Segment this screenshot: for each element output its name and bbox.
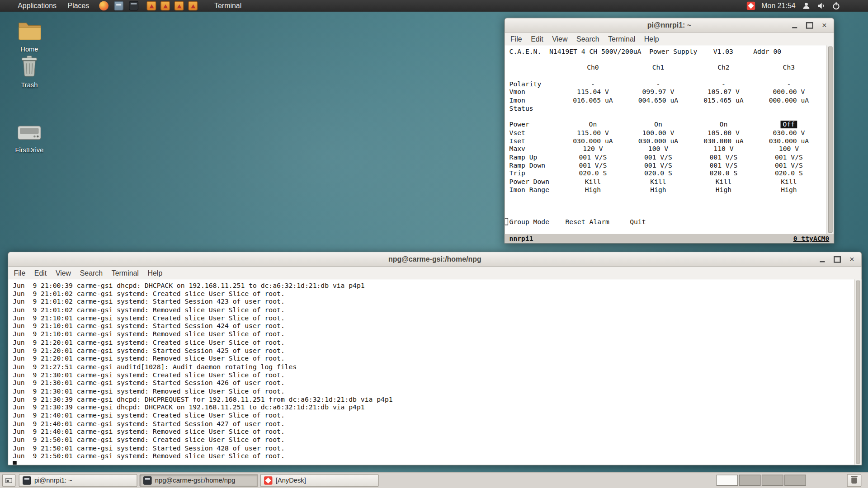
minimize-icon[interactable] bbox=[789, 20, 799, 30]
caen-cell-ch1: 001 V/S bbox=[626, 161, 691, 169]
users-icon[interactable] bbox=[802, 1, 811, 10]
caen-cell-ch0: 115.00 V bbox=[560, 129, 625, 137]
log-terminal-content: Jun 9 21:00:39 carme-gsi dhcpd: DHCPACK … bbox=[8, 279, 854, 465]
menu-item[interactable]: View bbox=[547, 35, 572, 43]
caen-cell-ch3-value: 000.000 uA bbox=[769, 96, 809, 104]
matlab-launcher-icon[interactable] bbox=[147, 1, 156, 10]
caen-row-label: Ramp Down bbox=[509, 161, 561, 169]
log-lines: Jun 9 21:00:39 carme-gsi dhcpd: DHCPACK … bbox=[13, 282, 854, 460]
terminal-launcher-icon[interactable] bbox=[129, 1, 138, 10]
caen-cell-ch0: 020.0 S bbox=[560, 169, 625, 178]
caen-cell-ch2: 001 V/S bbox=[691, 161, 756, 169]
caen-cell-ch0 bbox=[560, 113, 625, 121]
log-terminal-body: Jun 9 21:00:39 carme-gsi dhcpd: DHCPACK … bbox=[8, 279, 861, 465]
workspace-switcher bbox=[716, 475, 806, 486]
log-line: Jun 9 21:30:39 carme-gsi dhcpd: DHCPACK … bbox=[13, 404, 854, 412]
caen-row-label: Maxv bbox=[509, 145, 561, 153]
taskbar: pi@nnrpi1: ~ npg@carme-gsi:/home/npg [An… bbox=[0, 472, 868, 488]
caen-cell-ch0: On bbox=[560, 121, 625, 129]
caen-cell-ch3-value: Off bbox=[781, 121, 797, 128]
workspace-cell[interactable] bbox=[784, 475, 806, 486]
menu-item[interactable]: Search bbox=[75, 268, 107, 277]
log-line: Jun 9 21:01:02 carme-gsi systemd: Starte… bbox=[13, 298, 854, 306]
taskbar-task[interactable]: [AnyDesk] bbox=[260, 474, 379, 487]
scrollbar[interactable] bbox=[826, 45, 834, 234]
reset-alarm-action[interactable]: Reset Alarm bbox=[566, 218, 609, 226]
scrollbar-thumb[interactable] bbox=[856, 281, 860, 464]
show-desktop-button[interactable] bbox=[2, 474, 15, 487]
terminal-panel-launcher[interactable]: Terminal bbox=[209, 0, 247, 12]
log-window-title: npg@carme-gsi:/home/npg bbox=[8, 255, 861, 263]
taskbar-tray-button[interactable] bbox=[847, 474, 861, 487]
log-menubar: FileEditViewSearchTerminalHelp bbox=[8, 267, 861, 279]
minimize-icon[interactable] bbox=[817, 254, 827, 264]
workspace-cell[interactable] bbox=[716, 475, 738, 486]
caen-window-titlebar[interactable]: pi@nnrpi1: ~ × bbox=[505, 18, 834, 33]
channel-header: Ch3 bbox=[756, 64, 821, 72]
menu-item[interactable]: Edit bbox=[526, 35, 547, 43]
clock[interactable]: Mon 21:54 bbox=[761, 2, 795, 10]
caen-row-label: Imon bbox=[509, 96, 561, 104]
taskbar-task[interactable]: npg@carme-gsi:/home/npg bbox=[140, 474, 258, 487]
firefox-launcher-icon[interactable] bbox=[99, 1, 108, 10]
maximize-icon[interactable] bbox=[832, 254, 842, 264]
terminal-cursor bbox=[505, 218, 508, 225]
desktop-icon-home[interactable]: Home bbox=[10, 20, 49, 53]
menu-item[interactable]: File bbox=[506, 35, 526, 43]
window-controls: × bbox=[817, 254, 861, 264]
matlab-launcher-icon[interactable] bbox=[175, 1, 184, 10]
log-line: Jun 9 21:50:01 carme-gsi systemd: Create… bbox=[13, 436, 854, 444]
places-menu[interactable]: Places bbox=[62, 0, 94, 12]
quit-action[interactable]: Quit bbox=[630, 218, 646, 226]
menu-item[interactable]: Help bbox=[143, 268, 167, 277]
window-list: pi@nnrpi1: ~ npg@carme-gsi:/home/npg [An… bbox=[19, 474, 379, 487]
close-icon[interactable]: × bbox=[847, 254, 857, 264]
menu-item[interactable]: File bbox=[9, 268, 30, 277]
caen-cell-ch3: - bbox=[756, 80, 821, 88]
group-mode-action[interactable]: Group Mode bbox=[509, 218, 549, 226]
menu-item[interactable]: Help bbox=[640, 35, 663, 43]
caen-cell-ch3-value: 001 V/S bbox=[775, 161, 803, 169]
maximize-icon[interactable] bbox=[804, 20, 814, 30]
taskbar-task[interactable]: pi@nnrpi1: ~ bbox=[19, 474, 137, 487]
caen-row-label: Status bbox=[509, 104, 561, 113]
anydesk-tray-icon[interactable] bbox=[746, 1, 755, 10]
caen-table-row: Power Down Kill Kill Kill Kill bbox=[509, 178, 827, 186]
file-manager-launcher-icon[interactable] bbox=[114, 1, 123, 10]
log-window-titlebar[interactable]: npg@carme-gsi:/home/npg × bbox=[8, 252, 861, 267]
log-line: Jun 9 21:20:01 carme-gsi systemd: Starte… bbox=[13, 347, 854, 355]
caen-cell-ch0: 001 V/S bbox=[560, 153, 625, 161]
desktop-icon-firstdrive[interactable]: FirstDrive bbox=[10, 124, 49, 154]
caen-cell-ch1: 020.0 S bbox=[626, 169, 691, 178]
workspace-cell[interactable] bbox=[739, 475, 761, 486]
scrollbar-thumb[interactable] bbox=[828, 47, 833, 233]
status-hostname: nnrpi1 bbox=[509, 235, 533, 242]
log-line: Jun 9 21:40:01 carme-gsi systemd: Remove… bbox=[13, 428, 854, 436]
caen-cell-ch1: 030.000 uA bbox=[626, 137, 691, 145]
window-controls: × bbox=[789, 20, 834, 30]
matlab-launcher-icon[interactable] bbox=[188, 1, 198, 10]
matlab-launcher-icon[interactable] bbox=[160, 1, 170, 10]
channel-header: Ch0 bbox=[560, 64, 625, 72]
caen-cell-ch2: On bbox=[691, 121, 756, 129]
log-line: Jun 9 21:40:01 carme-gsi systemd: Create… bbox=[13, 412, 854, 420]
desktop-icon-trash[interactable]: Trash bbox=[10, 55, 49, 89]
workspace-cell[interactable] bbox=[762, 475, 783, 486]
volume-icon[interactable] bbox=[816, 1, 826, 10]
caen-cell-ch3: 000.000 uA bbox=[756, 96, 821, 104]
caen-parameter-table: Polarity - - - - Vmon 115.04 V 099.97 V … bbox=[509, 80, 827, 194]
caen-cell-ch2 bbox=[691, 104, 756, 113]
menu-item[interactable]: Search bbox=[572, 35, 604, 43]
menu-item[interactable]: Terminal bbox=[107, 268, 143, 277]
caen-cell-ch1: 100.00 V bbox=[626, 129, 691, 137]
close-icon[interactable]: × bbox=[819, 20, 829, 30]
power-icon[interactable] bbox=[831, 1, 840, 10]
menu-item[interactable]: View bbox=[51, 268, 75, 277]
menu-item[interactable]: Terminal bbox=[604, 35, 640, 43]
scrollbar[interactable] bbox=[854, 279, 861, 465]
caen-table-row: Vset 115.00 V 100.00 V 105.00 V 030.00 V bbox=[509, 129, 827, 137]
menu-item[interactable]: Edit bbox=[30, 268, 51, 277]
applications-menu[interactable]: Applications bbox=[12, 0, 62, 12]
caen-table-row: Vmon 115.04 V 099.97 V 105.07 V 000.00 V bbox=[509, 88, 827, 96]
caen-table-row: Polarity - - - - bbox=[509, 80, 827, 88]
